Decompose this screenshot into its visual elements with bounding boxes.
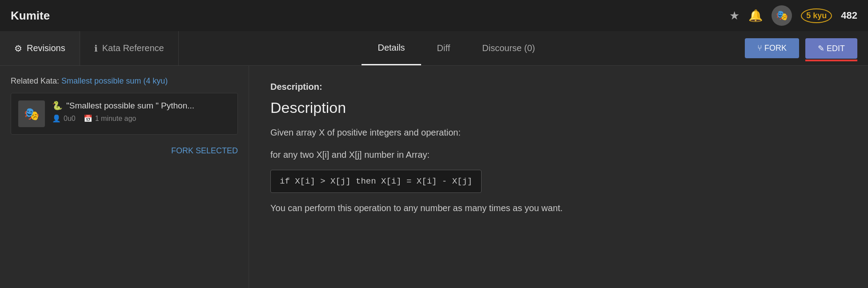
revision-time: 📅 1 minute ago xyxy=(84,114,137,123)
tab-kata-reference-label: Kata Reference xyxy=(102,43,164,53)
related-kata-label: Related Kata: xyxy=(11,76,59,85)
header: Kumite ★ 🔔 🎭 5 kyu 482 xyxy=(0,0,868,31)
tab-discourse[interactable]: Discourse (0) xyxy=(466,31,551,65)
subnav-left: ⚙ Revisions ℹ Kata Reference xyxy=(0,31,179,65)
app-title: Kumite xyxy=(11,9,50,23)
edit-button[interactable]: ✎ EDIT xyxy=(805,38,857,59)
description-text-2: for any two X[i] and X[j] number in Arra… xyxy=(270,148,847,162)
tab-details-label: Details xyxy=(378,43,405,53)
tab-revisions-label: Revisions xyxy=(27,43,65,53)
user-icon: 👤 xyxy=(52,114,61,123)
time-ago: 1 minute ago xyxy=(95,115,137,123)
tab-revisions[interactable]: ⚙ Revisions xyxy=(0,31,80,65)
description-label: Description: xyxy=(270,82,847,92)
tab-discourse-label: Discourse (0) xyxy=(482,43,535,53)
tab-diff-label: Diff xyxy=(437,43,450,53)
tab-diff[interactable]: Diff xyxy=(421,31,466,65)
subnav-right: ⑂ FORK ✎ EDIT xyxy=(734,31,868,65)
revision-card[interactable]: 🎭 🐍 "Smallest possible sum " Python... 👤… xyxy=(11,93,238,135)
revision-title-text: "Smallest possible sum " Python... xyxy=(66,101,194,111)
code-block: if X[i] > X[j] then X[i] = X[i] - X[j] xyxy=(270,170,482,193)
related-kata: Related Kata: Smallest possible sum (4 k… xyxy=(11,76,238,86)
revision-user: 👤 0u0 xyxy=(52,114,76,123)
description-heading: Description xyxy=(270,99,847,116)
left-panel: Related Kata: Smallest possible sum (4 k… xyxy=(0,66,249,288)
honor-count: 482 xyxy=(841,10,857,21)
revisions-icon: ⚙ xyxy=(14,43,22,54)
bell-icon[interactable]: 🔔 xyxy=(748,9,763,23)
revision-meta: 👤 0u0 📅 1 minute ago xyxy=(52,114,230,123)
username: 0u0 xyxy=(64,115,76,123)
related-kata-link[interactable]: Smallest possible sum (4 kyu) xyxy=(61,76,168,85)
calendar-icon: 📅 xyxy=(84,114,92,123)
tab-details[interactable]: Details xyxy=(362,31,421,65)
right-panel: Description: Description Given array X o… xyxy=(249,66,868,288)
avatar[interactable]: 🎭 xyxy=(772,5,792,26)
description-text-1: Given array X of positive integers and o… xyxy=(270,125,847,140)
revision-avatar: 🎭 xyxy=(18,100,45,127)
kyu-badge: 5 kyu xyxy=(801,8,832,23)
revision-info: 🐍 "Smallest possible sum " Python... 👤 0… xyxy=(52,100,230,123)
fork-button[interactable]: ⑂ FORK xyxy=(745,38,799,58)
subnav: ⚙ Revisions ℹ Kata Reference Details Dif… xyxy=(0,31,868,66)
tab-kata-reference[interactable]: ℹ Kata Reference xyxy=(80,31,179,65)
bookmark-icon[interactable]: ★ xyxy=(729,9,739,23)
description-text-3: You can perform this operation to any nu… xyxy=(270,201,847,215)
python-icon: 🐍 xyxy=(52,100,63,111)
kata-reference-icon: ℹ xyxy=(94,43,98,54)
revision-title: 🐍 "Smallest possible sum " Python... xyxy=(52,100,230,111)
main-content: Related Kata: Smallest possible sum (4 k… xyxy=(0,66,868,288)
header-left: Kumite xyxy=(11,9,50,23)
header-right: ★ 🔔 🎭 5 kyu 482 xyxy=(729,5,857,26)
subnav-center: Details Diff Discourse (0) xyxy=(362,31,551,65)
fork-selected-button[interactable]: FORK SELECTED xyxy=(171,142,238,160)
